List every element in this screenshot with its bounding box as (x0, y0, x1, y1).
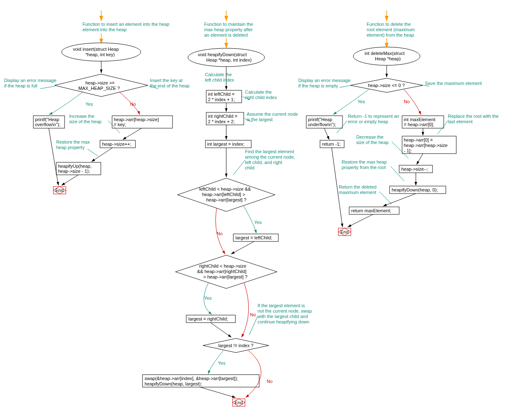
anno-hd-findlargest: Find the largest element among the curre… (245, 149, 296, 170)
svg-text:No: No (250, 312, 256, 317)
anno-insert-full: Display an error message if the heap is … (4, 78, 58, 88)
anno-dm-retdel: Return the deleted maximum element (339, 184, 378, 195)
svg-text:return maxElement;: return maxElement; (351, 208, 391, 213)
svg-line-53 (417, 154, 423, 164)
label-insert-yes: Yes (85, 102, 93, 107)
text-dm-maxel: int maxElement = heap->arr[0]; (404, 117, 437, 127)
text-hd-largest: int largest = index; (207, 142, 245, 147)
text-insert-overflow: printf("Heap overflow\n"); (35, 117, 60, 127)
svg-text:Yes: Yes (218, 360, 225, 365)
svg-line-8 (92, 148, 112, 162)
anno-insert-endkey: Insert the key at the end of the heap (150, 78, 190, 88)
svg-text:No: No (217, 231, 222, 236)
svg-text:heapifyDown(heap, 0);: heapifyDown(heap, 0); (392, 187, 438, 192)
svg-text:No: No (404, 99, 410, 104)
anno-insert-title: Function to insert an element into the h… (82, 22, 171, 32)
flow-heapifydown: Function to maintain the max heap proper… (142, 10, 313, 406)
svg-text:largest = leftChild;: largest = leftChild; (235, 235, 272, 240)
text-hd-cond1: leftChild < heap->size && heap->arr[left… (199, 186, 252, 202)
svg-text:heap->size <= 0 ?: heap->size <= 0 ? (368, 83, 405, 88)
svg-text:largest != index ?: largest != index ? (218, 343, 253, 348)
svg-text:Yes: Yes (204, 296, 212, 301)
svg-text:No: No (267, 379, 272, 384)
svg-line-9 (49, 128, 58, 185)
svg-text:Yes: Yes (358, 99, 365, 104)
svg-line-35 (200, 387, 235, 398)
svg-line-62 (348, 214, 373, 227)
svg-line-30 (210, 323, 231, 337)
flow-insert: Function to insert an element into the h… (4, 10, 190, 194)
anno-hd-right: Calculate the right child index (245, 89, 277, 100)
text-insert-inc: heap->size++; (102, 142, 131, 147)
anno-hd-title: Function to maintain the max heap proper… (204, 22, 254, 37)
anno-hd-assume: Assume the current node is the largest (247, 112, 299, 122)
node-insert-cond (55, 74, 148, 97)
label-insert-no: No (130, 102, 136, 107)
flow-deletemax: Function to delete the root element (max… (298, 10, 500, 236)
svg-line-10 (62, 175, 78, 185)
text-dm-underflow: printf("Heap underflow\n"); (308, 117, 336, 127)
svg-text:End: End (340, 229, 349, 234)
text-hd-left: int leftChild = 2 * index + 1; (208, 92, 236, 102)
svg-line-6 (123, 128, 142, 139)
svg-line-49 (324, 128, 329, 139)
svg-text:largest = rightChild;: largest = rightChild; (188, 316, 228, 321)
anno-dm-restore: Restore the max heap property from the r… (342, 159, 388, 170)
text-hd-start: void heapifyDown(struct Heap *heap, int … (198, 52, 252, 62)
svg-line-59 (383, 194, 416, 206)
svg-line-43 (340, 85, 351, 87)
anno-dm-title: Function to delete the root element (max… (367, 22, 416, 37)
svg-text:End: End (55, 188, 64, 193)
text-hd-cond2: rightChild < heap->size && heap->arr[rig… (197, 263, 248, 279)
anno-dm-save: Save the maximum element (425, 81, 482, 86)
anno-dm-replace: Replace the root with the last element (448, 114, 500, 124)
svg-line-21 (233, 160, 245, 175)
anno-hd-swapnote: If the largest element is not the curren… (257, 303, 313, 324)
flowchart-diagram: Function to insert an element into the h… (0, 0, 520, 420)
svg-line-31 (249, 316, 258, 335)
svg-line-3 (40, 86, 55, 89)
svg-text:End: End (235, 400, 243, 405)
svg-line-26 (231, 241, 254, 254)
svg-text:return -1;: return -1; (322, 142, 341, 147)
node-insert-end: End (53, 186, 66, 194)
svg-text:heap->size--;: heap->size--; (401, 167, 428, 171)
anno-dm-dec: Decrease the size of the heap (356, 134, 389, 145)
anno-insert-restore: Restore the max heap property (56, 139, 91, 150)
svg-text:Yes: Yes (254, 220, 262, 225)
anno-insert-incsize: Increase the size of the heap (69, 114, 102, 124)
text-hd-right: int rightChild = 2 * index + 2; (208, 114, 239, 124)
svg-line-7 (88, 149, 98, 156)
anno-dm-retneg: Return -1 to represent an error or empty… (348, 114, 400, 124)
node-hd-end: End (232, 399, 245, 406)
anno-hd-left: Calculate the left child index (205, 72, 234, 82)
node-dm-end: End (338, 228, 351, 236)
text-insert-heapify: heapifyUp(heap, heap->size - 1); (58, 164, 93, 174)
